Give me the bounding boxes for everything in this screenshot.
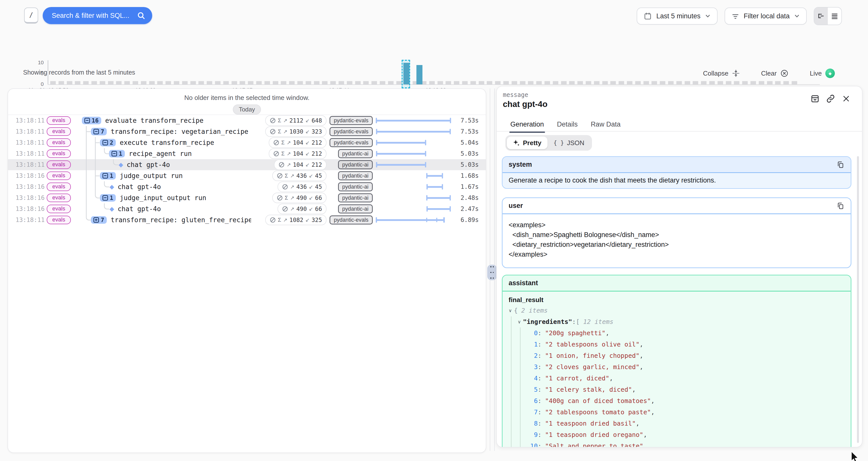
- json-array-item: 3:"2 cloves garlic, minced",: [508, 361, 845, 373]
- package-badge: pydantic-ai: [338, 160, 373, 169]
- duration-label: 1.68s: [455, 172, 486, 179]
- clear-button[interactable]: Clear: [758, 68, 792, 78]
- evals-badge[interactable]: evals: [47, 193, 70, 202]
- trace-row-timestamp: 13:18:11: [8, 139, 41, 146]
- live-toggle[interactable]: Live ◆: [807, 68, 838, 79]
- tree-guide-v: [82, 204, 91, 214]
- trace-row[interactable]: 13:18:11evals1recipe_agent runΣ↗104↙212p…: [8, 148, 486, 159]
- span-name: judge_output run: [120, 172, 183, 180]
- final-result-label: final_result: [508, 296, 845, 304]
- tokens-in-count: 436: [297, 184, 307, 190]
- list-view-toggle[interactable]: [828, 7, 841, 25]
- copy-button[interactable]: [837, 161, 845, 169]
- filter-local-data-dropdown[interactable]: Filter local data: [724, 7, 807, 25]
- evals-badge[interactable]: evals: [47, 216, 70, 224]
- collapse-toggle-badge[interactable]: 7: [91, 216, 107, 224]
- array-value: "200g spaghetti": [545, 330, 606, 337]
- array-value: "1 teaspoon dried oregano": [545, 431, 643, 438]
- trace-row[interactable]: 13:18:16evals1judge_input_output runΣ↗49…: [8, 192, 486, 204]
- array-index: 7: [527, 408, 538, 416]
- pretty-label: Pretty: [523, 139, 541, 147]
- duration-label: 1.67s: [455, 183, 486, 190]
- evals-badge[interactable]: evals: [47, 160, 70, 169]
- clear-label: Clear: [761, 69, 777, 77]
- tab-details[interactable]: Details: [557, 121, 578, 132]
- token-usage-badge: ↗104↙212: [274, 159, 327, 170]
- array-index: 10: [527, 442, 538, 448]
- detail-scrollbar[interactable]: [857, 156, 859, 443]
- duration-label: 6.89s: [455, 216, 486, 223]
- collapse-button[interactable]: Collapse: [700, 69, 743, 78]
- trace-row[interactable]: 13:18:11evals7transform_recipe: gluten_f…: [8, 214, 486, 225]
- waterfall-cell: [376, 137, 455, 148]
- package-badge: pydantic-ai: [338, 149, 373, 158]
- descendant-count: 16: [92, 118, 99, 123]
- caret-down-icon[interactable]: ∨: [518, 319, 521, 325]
- copy-button[interactable]: [837, 202, 845, 210]
- tab-generation[interactable]: Generation: [510, 121, 544, 132]
- trace-row[interactable]: 13:18:11evals16evaluate transform_recipe…: [8, 115, 486, 126]
- json-array-item: 7:"2 tablespoons tomato paste",: [508, 406, 845, 418]
- array-index: 0: [527, 330, 538, 337]
- tree-guide-v: [82, 137, 91, 148]
- waterfall-cell: [376, 115, 455, 126]
- chart-y-tick-label: 0: [3, 81, 44, 87]
- trace-row[interactable]: 13:18:16evals◆chat gpt-4o↗490↙66pydantic…: [8, 204, 486, 214]
- trace-row[interactable]: 13:18:16evals1judge_output runΣ↗436↙45py…: [8, 170, 486, 181]
- waterfall-cell: [376, 159, 455, 170]
- copy-link-button[interactable]: [826, 94, 835, 103]
- trace-row[interactable]: 13:18:16evals◆chat gpt-4o↗436↙45pydantic…: [8, 181, 486, 192]
- span-name: judge_input_output run: [120, 194, 206, 202]
- filter-icon: [732, 12, 739, 20]
- collapse-toggle-badge[interactable]: 1: [100, 194, 116, 202]
- duration-bar: [376, 120, 451, 122]
- chart-y-tick-label: 10: [3, 60, 44, 65]
- tree-view-toggle[interactable]: [814, 7, 828, 25]
- tree-guide-v: [82, 170, 91, 181]
- tree-guide-v: [91, 181, 100, 192]
- token-coin-icon: [282, 184, 288, 190]
- evals-badge[interactable]: evals: [47, 139, 70, 147]
- token-coin-icon: [282, 206, 288, 212]
- time-range-label: Last 5 minutes: [656, 12, 701, 20]
- close-panel-button[interactable]: [841, 94, 851, 103]
- evals-badge[interactable]: evals: [47, 149, 70, 158]
- dock-panel-button[interactable]: [810, 94, 820, 103]
- tabs-divider: [497, 131, 862, 131]
- collapse-icon: [93, 129, 99, 134]
- json-toggle[interactable]: { } JSON: [548, 136, 590, 149]
- collapse-toggle-badge[interactable]: 2: [100, 139, 116, 146]
- waterfall-cell: [376, 148, 455, 159]
- tree-view-icon: [817, 12, 825, 20]
- evals-badge[interactable]: evals: [47, 205, 70, 213]
- json-indent-guide: [520, 328, 521, 448]
- trace-row[interactable]: 13:18:11evals7transform_recipe: vegetari…: [8, 126, 486, 137]
- tokens-out-icon: ↙: [305, 217, 310, 223]
- view-toggle-group: [814, 7, 842, 25]
- evals-badge[interactable]: evals: [47, 116, 70, 125]
- collapse-toggle-badge[interactable]: 1: [109, 150, 125, 157]
- collapse-toggle-badge[interactable]: 7: [91, 128, 107, 135]
- evals-badge[interactable]: evals: [47, 183, 70, 191]
- tokens-out-count: 45: [315, 184, 322, 190]
- sparkle-icon: [513, 140, 520, 146]
- tab-raw-data[interactable]: Raw Data: [591, 121, 621, 132]
- trace-row[interactable]: 13:18:11evals◆chat gpt-4o↗104↙212pydanti…: [8, 159, 486, 170]
- duration-bar: [426, 175, 443, 177]
- trace-row[interactable]: 13:18:11evals2execute transform_recipeΣ↗…: [8, 137, 486, 148]
- collapse-toggle-badge[interactable]: 1: [100, 172, 116, 180]
- panel-resize-grip[interactable]: [487, 265, 497, 280]
- evals-badge[interactable]: evals: [47, 127, 70, 136]
- collapse-toggle-badge[interactable]: 16: [82, 117, 101, 124]
- caret-down-icon[interactable]: ∨: [508, 308, 512, 313]
- pretty-toggle[interactable]: Pretty: [507, 136, 548, 149]
- tokens-out-icon: ↙: [305, 128, 310, 134]
- collapse-icon: [102, 140, 108, 145]
- evals-badge[interactable]: evals: [47, 172, 70, 180]
- user-role-label: user: [508, 202, 523, 210]
- braces-icon: { }: [554, 140, 564, 146]
- search-button[interactable]: Search & filter with SQL...: [43, 7, 152, 24]
- json-array-item: 4:"1 carrot, diced",: [508, 373, 845, 384]
- tokens-in-icon: ↗: [283, 118, 287, 124]
- time-range-dropdown[interactable]: Last 5 minutes: [637, 7, 718, 25]
